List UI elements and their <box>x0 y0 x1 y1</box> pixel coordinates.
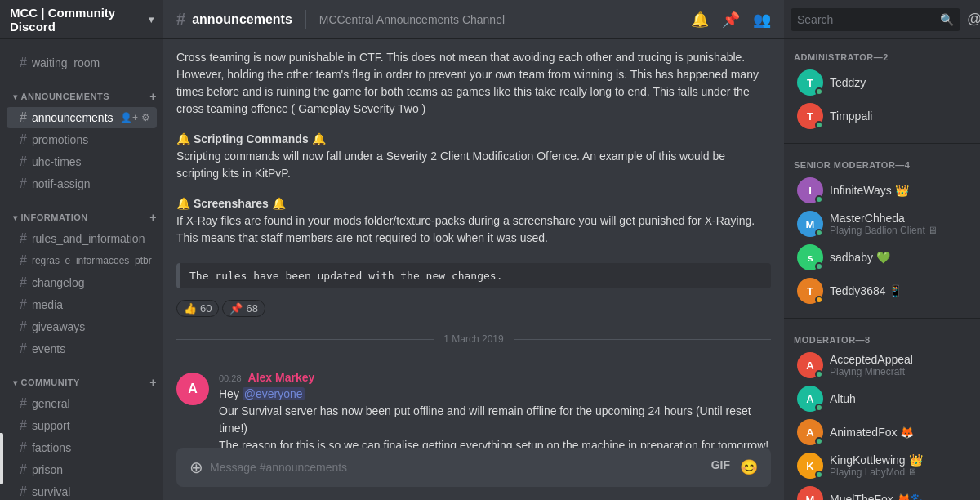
member-avatar-infiniteways: I <box>797 177 823 203</box>
role-header-admin: ADMINISTRATOR—2 <box>784 46 980 65</box>
hash-icon: # <box>20 319 27 334</box>
sidebar-item-general[interactable]: # general <box>7 393 157 414</box>
member-altuh[interactable]: A Altuh <box>787 382 977 415</box>
gif-icon[interactable]: GIF <box>711 458 730 476</box>
channel-icons: 👤+ ⚙ <box>120 112 150 123</box>
role-section-admin: ADMINISTRATOR—2 T Teddzy T Timppali <box>784 39 980 140</box>
role-section-mod: MODERATOR—8 A AcceptedAppeal Playing Min… <box>784 322 980 500</box>
sidebar-item-prison[interactable]: # prison <box>7 459 157 480</box>
member-infiniteways[interactable]: I InfiniteWays 👑 <box>787 174 977 207</box>
member-info: AnimatedFox 🦊 <box>830 426 967 439</box>
search-input[interactable] <box>797 10 940 29</box>
member-name-muelthefox: MuelTheFox 🦊🐾 <box>830 493 967 500</box>
section-header-announcements[interactable]: ▾ ANNOUNCEMENTS + <box>0 87 163 106</box>
section-chevron: ▾ <box>13 92 18 101</box>
sidebar-item-media[interactable]: # media <box>7 294 157 315</box>
member-sadbaby[interactable]: s sadbaby 💚 <box>787 241 977 274</box>
member-kingkottlewing[interactable]: K KingKottlewing 👑 Playing LabyMod 🖥 <box>787 449 977 482</box>
status-dot <box>815 296 823 304</box>
pin-icon[interactable]: 📌 <box>722 11 740 29</box>
channel-label: regras_e_informacoes_ptbr <box>32 255 152 266</box>
channel-name: announcements <box>192 12 292 27</box>
message-text: 🔔 Scripting Commands 🔔 <box>176 131 771 148</box>
message-content: Cross teaming is now punishable in CTF. … <box>176 51 759 115</box>
message-input-field[interactable] <box>210 461 705 474</box>
member-masterchheda[interactable]: M MasterChheda Playing Badlion Client 🖥 <box>787 208 977 240</box>
channel-hash: # <box>176 10 185 29</box>
sidebar-item-factions[interactable]: # factions <box>7 437 157 458</box>
member-name-altuh: Altuh <box>830 392 967 405</box>
bell-icon[interactable]: 🔔 <box>691 11 709 29</box>
reaction-pin[interactable]: 📌 68 <box>222 300 265 317</box>
hash-icon: # <box>20 56 27 70</box>
hash-icon: # <box>20 275 27 290</box>
sidebar-item-waiting_room[interactable]: # waiting_room <box>7 52 157 74</box>
sidebar-item-rules[interactable]: # rules_and_information <box>7 228 157 249</box>
bell-emoji4: 🔔 <box>272 197 286 210</box>
sidebar-item-giveaways[interactable]: # giveaways <box>7 316 157 337</box>
section-header-information[interactable]: ▾ INFORMATION + <box>0 208 163 227</box>
sidebar-content: # waiting_room ▾ ANNOUNCEMENTS + # annou… <box>0 39 163 500</box>
section-title: Scripting Commands <box>194 132 309 145</box>
server-header[interactable]: MCC | Community Discord ▾ <box>0 0 163 39</box>
member-avatar-muelthefox: M <box>797 486 823 500</box>
member-animatedfox[interactable]: A AnimatedFox 🦊 <box>787 416 977 449</box>
message-author: Alex Markey <box>248 371 315 384</box>
sidebar-item-regras[interactable]: # regras_e_informacoes_ptbr <box>7 250 157 271</box>
section-header-community[interactable]: ▾ COMMUNITY + <box>0 373 163 392</box>
settings-icon: ⚙ <box>141 112 150 123</box>
message-text: Cross teaming is now punishable in CTF. … <box>176 49 771 118</box>
member-info: InfiniteWays 👑 <box>830 184 967 197</box>
channel-description: MCCentral Announcements Channel <box>319 13 505 26</box>
add-channel-icon[interactable]: + <box>149 211 157 224</box>
hash-icon: # <box>20 297 27 312</box>
add-channel-icon[interactable]: + <box>149 376 157 389</box>
channel-label: uhc-times <box>32 155 82 168</box>
divider <box>784 318 980 319</box>
member-timppali[interactable]: T Timppali <box>787 100 977 132</box>
member-avatar-animatedfox: A <box>797 419 823 445</box>
sidebar-item-changelog[interactable]: # changelog <box>7 272 157 293</box>
add-channel-icon[interactable]: + <box>149 90 157 103</box>
member-status: Playing Minecraft <box>830 366 967 377</box>
role-section-senior-mod: SENIOR MODERATOR—4 I InfiniteWays 👑 M Ma… <box>784 147 980 315</box>
section-label: INFORMATION <box>21 212 88 222</box>
message-block-code: The rules have been updated with the new… <box>163 257 784 292</box>
message-input-box: ⊕ GIF 😊 <box>176 448 771 487</box>
sidebar-item-promotions[interactable]: # promotions <box>7 129 157 150</box>
mention: @everyone <box>243 387 305 400</box>
message-block-alex1: A 00:28 Alex Markey Hey @everyone Our Su… <box>163 358 784 448</box>
members-icon[interactable]: 👥 <box>753 11 771 29</box>
channel-header: # announcements MCCentral Announcements … <box>163 0 784 39</box>
member-muelthefox[interactable]: M MuelTheFox 🦊🐾 <box>787 483 977 500</box>
scripting-body: Scripting commands will now fall under a… <box>176 148 771 182</box>
sidebar-item-support[interactable]: # support <box>7 415 157 436</box>
status-dot <box>815 370 823 378</box>
plus-icon[interactable]: ⊕ <box>189 458 203 477</box>
reaction-thumbsup[interactable]: 👍 60 <box>176 300 219 317</box>
channel-label: waiting_room <box>32 56 100 69</box>
member-info: KingKottlewing 👑 Playing LabyMod 🖥 <box>830 453 967 478</box>
search-wrapper: 🔍 <box>791 8 960 31</box>
member-acceptedappeal[interactable]: A AcceptedAppeal Playing Minecraft <box>787 349 977 382</box>
channel-label: events <box>32 342 65 355</box>
sidebar-item-survival[interactable]: # survival <box>7 481 157 500</box>
divider <box>784 143 980 144</box>
sidebar-item-announcements[interactable]: # announcements 👤+ ⚙ <box>7 107 157 128</box>
sidebar-item-notif-assign[interactable]: # notif-assign <box>7 173 157 194</box>
sidebar-item-events[interactable]: # events <box>7 338 157 359</box>
member-name-kingkottlewing: KingKottlewing 👑 <box>830 453 967 467</box>
at-icon[interactable]: @ <box>967 11 980 28</box>
sidebar-item-uhc-times[interactable]: # uhc-times <box>7 151 157 172</box>
name-text: Teddzy <box>830 76 866 89</box>
hash-icon: # <box>20 110 27 125</box>
member-teddzy[interactable]: T Teddzy <box>787 66 977 99</box>
hash-icon: # <box>20 440 27 455</box>
member-teddy3684[interactable]: T Teddy3684 📱 <box>787 275 977 307</box>
member-info: Altuh <box>830 392 967 405</box>
member-name-infiniteways: InfiniteWays 👑 <box>830 184 967 197</box>
status-dot <box>815 229 823 237</box>
emoji-icon[interactable]: 😊 <box>740 458 758 476</box>
member-name-sadbaby: sadbaby 💚 <box>830 251 967 264</box>
right-top-bar: 🔍 @ ? <box>784 0 980 39</box>
